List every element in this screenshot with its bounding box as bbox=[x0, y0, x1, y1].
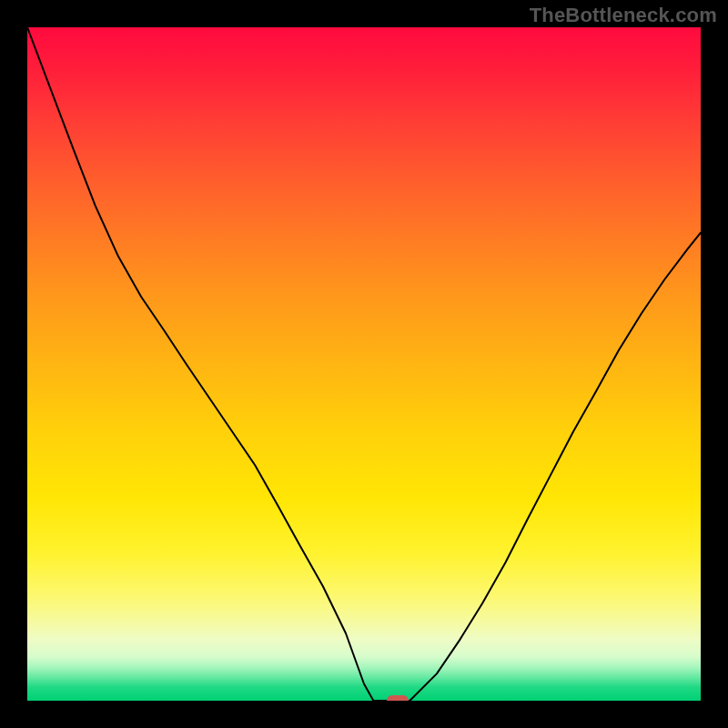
chart-container: TheBottleneck.com bbox=[0, 0, 728, 728]
bottleneck-curve bbox=[27, 27, 701, 701]
plot-area bbox=[27, 27, 701, 701]
optimal-point-marker bbox=[387, 695, 409, 701]
watermark-text: TheBottleneck.com bbox=[530, 4, 717, 27]
curve-path bbox=[27, 27, 701, 701]
